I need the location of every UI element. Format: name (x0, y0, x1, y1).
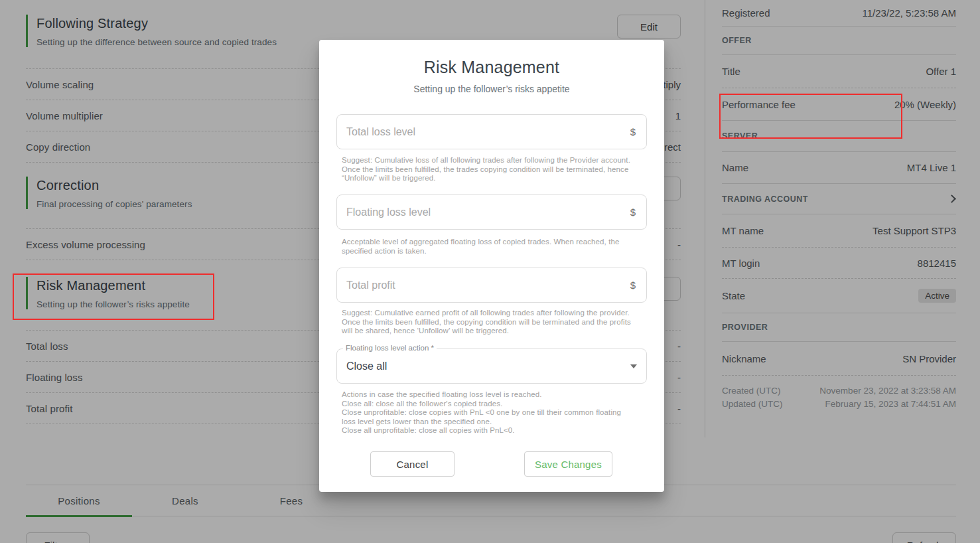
action-select-helper-text: Actions in case the specified floating l… (342, 390, 628, 435)
dropdown-caret-icon[interactable] (630, 364, 637, 368)
helper-line: Close unprofitable: close copies with Pn… (342, 408, 628, 426)
total-loss-level-input[interactable] (346, 126, 630, 138)
currency-suffix: $ (630, 206, 636, 218)
total-loss-helper-text: Suggest: Cumulative loss of all followin… (342, 156, 634, 183)
annotation-box-modal-title (719, 94, 902, 139)
currency-suffix: $ (630, 126, 636, 137)
helper-line: Actions in case the specified floating l… (342, 390, 628, 400)
helper-line: Close all unprofitable: close all copies… (342, 426, 628, 435)
modal-subtitle: Setting up the follower’s risks appetite (319, 84, 664, 94)
total-profit-field[interactable]: $ (336, 268, 647, 303)
annotation-box-risk-management-section (13, 273, 214, 320)
save-changes-button[interactable]: Save Changes (524, 451, 612, 477)
total-profit-helper-text: Suggest: Cumulative earned profit of all… (342, 309, 634, 336)
modal-title: Risk Management (319, 58, 664, 77)
total-profit-input[interactable] (346, 279, 630, 291)
select-value: Close all (346, 360, 630, 372)
select-label: Floating loss level action * (343, 344, 437, 352)
risk-management-modal: Risk Management Setting up the follower’… (319, 40, 664, 492)
total-loss-level-field[interactable]: $ (336, 114, 647, 149)
floating-loss-helper-text: Acceptable level of aggregated floating … (342, 238, 634, 256)
floating-loss-level-input[interactable] (346, 206, 630, 218)
helper-line: Close all: close all the follower's copi… (342, 400, 628, 409)
currency-suffix: $ (630, 279, 636, 291)
page: Following Strategy Setting up the differ… (0, 0, 980, 543)
cancel-button[interactable]: Cancel (370, 451, 455, 477)
floating-loss-action-select[interactable]: Floating loss level action * Close all (336, 349, 647, 384)
floating-loss-level-field[interactable]: $ (336, 194, 647, 230)
